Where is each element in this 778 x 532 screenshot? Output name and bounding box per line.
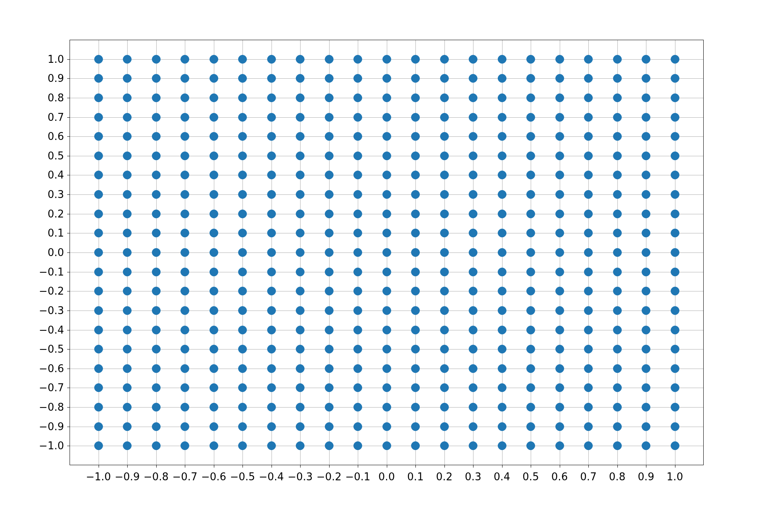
y-tick-mark bbox=[67, 59, 70, 60]
scatter-point bbox=[613, 93, 622, 102]
scatter-point bbox=[152, 190, 161, 199]
scatter-point bbox=[555, 287, 564, 295]
scatter-point bbox=[94, 229, 103, 237]
scatter-point bbox=[613, 306, 622, 315]
scatter-point bbox=[642, 441, 650, 450]
x-tick-mark bbox=[531, 465, 531, 468]
scatter-point bbox=[267, 151, 276, 160]
scatter-point bbox=[555, 268, 564, 276]
scatter-point bbox=[498, 268, 506, 276]
scatter-point bbox=[440, 55, 449, 64]
scatter-point bbox=[353, 171, 362, 179]
x-tick-mark bbox=[156, 465, 157, 468]
x-tick-mark bbox=[127, 465, 128, 468]
scatter-point bbox=[94, 55, 103, 64]
scatter-point bbox=[296, 229, 305, 237]
y-tick-mark bbox=[67, 272, 70, 272]
scatter-point bbox=[584, 248, 593, 257]
y-tick-label: 0.0 bbox=[48, 247, 64, 258]
scatter-point bbox=[238, 287, 247, 295]
scatter-point bbox=[123, 345, 132, 353]
y-tick-mark bbox=[67, 427, 70, 427]
scatter-point bbox=[555, 171, 564, 179]
scatter-point bbox=[613, 248, 622, 257]
x-tick-label: 0.4 bbox=[494, 471, 510, 483]
scatter-point bbox=[498, 422, 506, 431]
scatter-point bbox=[94, 306, 103, 315]
scatter-point bbox=[469, 287, 477, 295]
scatter-point bbox=[440, 74, 449, 83]
scatter-point bbox=[210, 345, 218, 353]
scatter-point bbox=[180, 326, 189, 334]
x-tick-label: 0.8 bbox=[609, 471, 625, 483]
scatter-point bbox=[469, 383, 477, 392]
scatter-point bbox=[498, 287, 506, 295]
scatter-point bbox=[123, 441, 132, 450]
scatter-point bbox=[152, 441, 161, 450]
scatter-point bbox=[94, 326, 103, 334]
scatter-point bbox=[613, 441, 622, 450]
y-tick-mark bbox=[67, 388, 70, 388]
scatter-point bbox=[382, 93, 391, 102]
scatter-point bbox=[555, 190, 564, 199]
scatter-point bbox=[469, 210, 477, 218]
scatter-point bbox=[180, 55, 189, 64]
y-tick-label: −0.4 bbox=[39, 324, 64, 336]
y-tick-label: 0.9 bbox=[48, 72, 64, 84]
x-tick-mark bbox=[214, 465, 214, 468]
scatter-point bbox=[555, 151, 564, 160]
scatter-point bbox=[613, 268, 622, 276]
y-tick-label: −0.2 bbox=[39, 285, 64, 297]
scatter-point bbox=[152, 287, 161, 295]
scatter-point bbox=[469, 326, 477, 334]
scatter-point bbox=[555, 441, 564, 450]
scatter-point bbox=[411, 74, 420, 83]
y-tick-label: 0.3 bbox=[48, 188, 64, 200]
scatter-point bbox=[555, 132, 564, 141]
scatter-point bbox=[382, 113, 391, 122]
scatter-point bbox=[411, 93, 420, 102]
scatter-point bbox=[671, 422, 679, 431]
scatter-point bbox=[642, 171, 650, 179]
x-tick-label: −1.0 bbox=[86, 471, 111, 483]
scatter-point bbox=[613, 326, 622, 334]
scatter-point bbox=[440, 364, 449, 373]
scatter-point bbox=[555, 422, 564, 431]
scatter-point bbox=[671, 345, 679, 353]
scatter-point bbox=[325, 248, 334, 257]
scatter-point bbox=[238, 306, 247, 315]
x-tick-label: −0.3 bbox=[287, 471, 312, 483]
scatter-point bbox=[210, 326, 218, 334]
scatter-point bbox=[296, 93, 305, 102]
scatter-point bbox=[584, 268, 593, 276]
y-tick-mark bbox=[67, 252, 70, 253]
scatter-point bbox=[555, 248, 564, 257]
scatter-point bbox=[613, 113, 622, 122]
scatter-point bbox=[94, 345, 103, 353]
scatter-point bbox=[94, 287, 103, 295]
scatter-point bbox=[613, 345, 622, 353]
scatter-point bbox=[353, 345, 362, 353]
scatter-point bbox=[584, 403, 593, 412]
scatter-point bbox=[584, 422, 593, 431]
scatter-point bbox=[296, 171, 305, 179]
scatter-point bbox=[94, 151, 103, 160]
scatter-point bbox=[296, 248, 305, 257]
scatter-point bbox=[440, 268, 449, 276]
scatter-point bbox=[296, 403, 305, 412]
y-tick-mark bbox=[67, 194, 70, 195]
scatter-point bbox=[267, 248, 276, 257]
scatter-point bbox=[238, 383, 247, 392]
scatter-point bbox=[584, 171, 593, 179]
y-tick-mark bbox=[67, 407, 70, 408]
scatter-point bbox=[613, 74, 622, 83]
scatter-point bbox=[498, 403, 506, 412]
scatter-point bbox=[498, 210, 506, 218]
scatter-point bbox=[613, 210, 622, 218]
scatter-point bbox=[526, 306, 535, 315]
scatter-point bbox=[498, 190, 506, 199]
scatter-point bbox=[613, 132, 622, 141]
scatter-point bbox=[469, 74, 477, 83]
scatter-point bbox=[296, 132, 305, 141]
scatter-point bbox=[152, 306, 161, 315]
